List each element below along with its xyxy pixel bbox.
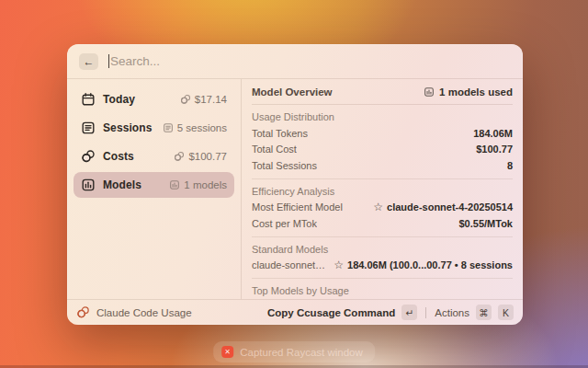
divider — [252, 178, 513, 179]
metadata-value: 184.06M — [473, 128, 513, 139]
metadata-label: Total Cost — [252, 144, 297, 155]
bar-chart-icon — [169, 179, 180, 190]
sidebar-item-label: Sessions — [103, 121, 155, 134]
metadata-row: Total Tokens 184.06M — [252, 125, 513, 142]
metadata-value: 8 — [507, 160, 513, 171]
capture-icon: ✕ — [221, 346, 233, 358]
divider — [252, 104, 513, 105]
metadata-label: Cost per MTok — [252, 218, 317, 229]
cmd-key-badge: ⌘ — [476, 305, 492, 320]
metadata-value: $100.77 — [476, 144, 513, 155]
section-title: Efficiency Analysis — [252, 185, 513, 198]
divider — [252, 236, 513, 237]
status-bar: Claude Code Usage Copy Ccusage Command ↵… — [67, 300, 523, 325]
coins-icon — [174, 151, 185, 162]
sidebar-item-label: Today — [103, 93, 173, 106]
coins-icon — [76, 305, 90, 319]
bar-chart-icon — [424, 86, 435, 98]
sidebar-item-value: $17.14 — [195, 94, 227, 105]
list-icon — [81, 121, 96, 135]
divider — [252, 278, 513, 279]
divider — [425, 307, 426, 318]
section-title: Standard Models — [252, 243, 513, 256]
coins-icon — [81, 149, 96, 164]
search-bar: ← — [67, 44, 523, 78]
models-used-badge: 1 models used — [439, 86, 513, 98]
back-button[interactable]: ← — [79, 53, 98, 70]
metadata-label: Total Tokens — [252, 128, 308, 139]
star-icon: ☆ — [373, 201, 383, 213]
sidebar-item-value: $100.77 — [188, 151, 227, 162]
detail-title: Model Overview — [252, 86, 333, 98]
metadata-row: claude-sonnet-4-20250514 ☆ 184.06M (100.… — [252, 258, 513, 274]
sidebar-item-value: 5 sessions — [177, 122, 227, 133]
section-title: Usage Distribution — [252, 110, 513, 123]
back-arrow-icon: ← — [84, 55, 95, 68]
k-key-badge: K — [498, 305, 514, 320]
toast-label: Captured Raycast window — [240, 347, 363, 358]
sidebar: Today $17.14 Sessions 5 sessions Costs — [67, 79, 241, 299]
detail-header: Model Overview 1 models used — [252, 79, 513, 104]
copy-ccusage-command-button[interactable]: Copy Ccusage Command — [267, 307, 395, 318]
actions-button[interactable]: Actions — [435, 307, 469, 318]
metadata-row: Total Sessions 8 — [252, 157, 513, 174]
bar-chart-icon — [81, 178, 96, 192]
sidebar-item-sessions[interactable]: Sessions 5 sessions — [74, 115, 234, 141]
metadata-value: claude-sonnet-4-20250514 — [387, 201, 513, 213]
sidebar-item-models[interactable]: Models 1 models — [74, 172, 234, 198]
sidebar-item-label: Models — [103, 178, 162, 191]
section-title: Top Models by Usage — [252, 284, 513, 297]
star-icon: ☆ — [334, 259, 344, 270]
metadata-value: $0.55/MTok — [459, 218, 514, 229]
calendar-icon — [81, 92, 96, 107]
sidebar-item-value: 1 models — [184, 179, 227, 190]
raycast-window: ← Today $17.14 Sessions 5 — [67, 44, 523, 325]
return-key-badge: ↵ — [401, 305, 417, 320]
sidebar-item-label: Costs — [103, 150, 166, 163]
coins-icon — [180, 94, 191, 105]
metadata-value: 184.06M (100.0...00.77 • 8 sessions — [347, 259, 513, 270]
metadata-row: Cost per MTok $0.55/MTok — [252, 215, 513, 232]
metadata-row: Total Cost $100.77 — [252, 142, 513, 158]
metadata-label: claude-sonnet-4-20250514 — [252, 259, 328, 270]
capture-toast: ✕ Captured Raycast window — [213, 341, 375, 362]
text-caret — [108, 54, 109, 68]
app-name: Claude Code Usage — [96, 307, 261, 318]
search-input[interactable] — [110, 54, 511, 68]
list-icon — [163, 122, 174, 133]
metadata-label: Total Sessions — [252, 160, 317, 171]
sidebar-item-costs[interactable]: Costs $100.77 — [74, 144, 234, 169]
sidebar-item-today[interactable]: Today $17.14 — [74, 86, 234, 112]
metadata-label: Most Efficient Model — [252, 201, 343, 213]
metadata-row: Most Efficient Model ☆ claude-sonnet-4-2… — [252, 200, 513, 216]
detail-panel: Model Overview 1 models used Usage Distr… — [242, 79, 523, 299]
